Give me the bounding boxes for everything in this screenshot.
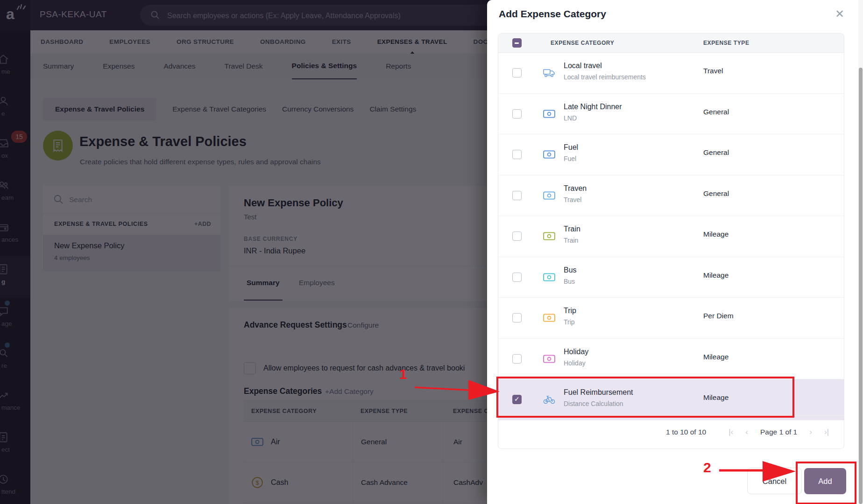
pagination-page: Page 1 of 1 bbox=[760, 428, 797, 436]
banknote-icon bbox=[543, 271, 555, 283]
col-expense-category: EXPENSE CATEGORY bbox=[551, 40, 614, 46]
banknote-icon bbox=[543, 108, 555, 120]
modal-category-row[interactable]: Local travel Local travel reimbursements… bbox=[498, 53, 844, 94]
last-page-icon[interactable]: ›| bbox=[824, 427, 829, 437]
category-name: Traven bbox=[564, 184, 587, 193]
category-type: Per Diem bbox=[703, 312, 734, 320]
row-checkbox[interactable] bbox=[512, 313, 522, 322]
annotation-box-add-button bbox=[796, 462, 856, 504]
banknote-icon bbox=[543, 189, 555, 202]
row-checkbox[interactable] bbox=[512, 109, 522, 119]
category-subtitle: LND bbox=[564, 114, 577, 122]
category-type: Mileage bbox=[703, 230, 729, 238]
category-name: Fuel bbox=[564, 143, 578, 152]
modal-category-row[interactable]: Holiday Holiday Mileage bbox=[498, 339, 844, 380]
annotation-step-1: 1 bbox=[399, 366, 407, 382]
row-checkbox[interactable] bbox=[512, 354, 522, 364]
row-checkbox[interactable] bbox=[512, 231, 522, 241]
category-subtitle: Travel bbox=[564, 196, 581, 203]
row-checkbox[interactable] bbox=[512, 150, 522, 159]
row-checkbox[interactable] bbox=[512, 273, 522, 282]
add-expense-category-modal: Add Expense Category ✕ EXPENSE CATEGORY … bbox=[487, 0, 863, 504]
modal-title: Add Expense Category bbox=[499, 8, 606, 20]
modal-category-row[interactable]: Fuel Fuel General bbox=[498, 134, 844, 175]
category-type: Mileage bbox=[703, 353, 729, 361]
select-all-checkbox[interactable] bbox=[512, 38, 522, 48]
category-subtitle: Trip bbox=[564, 318, 575, 326]
app-root: PSA-KEKA-UAT a bbox=[0, 0, 863, 504]
banknote-icon bbox=[543, 148, 555, 161]
banknote-icon bbox=[543, 353, 555, 365]
modal-category-row[interactable]: Late Night Dinner LND General bbox=[498, 94, 844, 135]
modal-category-row[interactable]: Trip Trip Per Diem bbox=[498, 298, 844, 339]
prev-page-icon[interactable]: ‹ bbox=[745, 427, 748, 437]
row-checkbox[interactable] bbox=[512, 191, 522, 200]
modal-category-row[interactable]: Bus Bus Mileage bbox=[498, 257, 844, 298]
truck-icon bbox=[543, 67, 555, 79]
category-type: General bbox=[703, 108, 729, 116]
category-name: Holiday bbox=[564, 348, 588, 356]
category-name: Trip bbox=[564, 307, 576, 315]
close-icon[interactable]: ✕ bbox=[835, 7, 844, 21]
category-type: Mileage bbox=[703, 271, 729, 280]
modal-category-row[interactable]: Train Train Mileage bbox=[498, 216, 844, 257]
browser-scrollbar[interactable] bbox=[858, 0, 863, 504]
category-subtitle: Bus bbox=[564, 278, 575, 285]
category-name: Train bbox=[564, 225, 580, 233]
pagination-range: 1 to 10 of 10 bbox=[666, 428, 706, 436]
col-expense-type: EXPENSE TYPE bbox=[703, 40, 750, 46]
annotation-box-selected-row bbox=[496, 377, 794, 418]
first-page-icon[interactable]: |‹ bbox=[729, 427, 733, 437]
row-checkbox[interactable] bbox=[512, 68, 522, 77]
modal-category-row[interactable]: Traven Travel General bbox=[498, 175, 844, 217]
banknote-icon bbox=[543, 230, 555, 242]
category-subtitle: Fuel bbox=[564, 155, 576, 162]
category-type: General bbox=[703, 189, 729, 198]
category-name: Local travel bbox=[564, 62, 602, 70]
category-subtitle: Train bbox=[564, 237, 578, 244]
annotation-step-2: 2 bbox=[703, 460, 711, 476]
pagination-bar: 1 to 10 of 10 |‹ ‹ Page 1 of 1 › ›| bbox=[498, 415, 844, 448]
annotation-arrow-1-icon bbox=[411, 376, 502, 404]
annotation-arrow-2-icon bbox=[719, 460, 798, 483]
banknote-icon bbox=[543, 312, 555, 324]
category-subtitle: Holiday bbox=[564, 359, 586, 367]
category-subtitle: Local travel reimbursements bbox=[564, 73, 646, 81]
category-type: General bbox=[703, 148, 729, 157]
category-type: Travel bbox=[703, 67, 723, 75]
scrollbar-thumb[interactable] bbox=[859, 68, 863, 504]
modal-table-header: EXPENSE CATEGORY EXPENSE TYPE bbox=[498, 34, 844, 53]
category-name: Late Night Dinner bbox=[564, 103, 622, 111]
category-name: Bus bbox=[564, 266, 577, 274]
next-page-icon[interactable]: › bbox=[809, 427, 812, 437]
